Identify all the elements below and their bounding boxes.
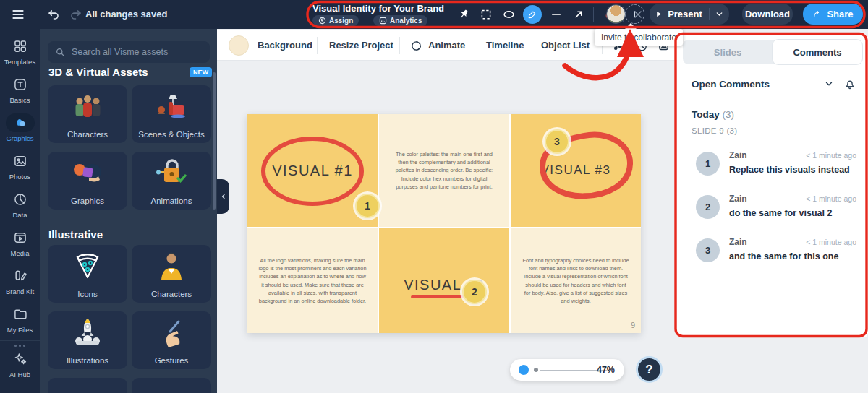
tile-3d-graphics[interactable]: Graphics xyxy=(48,152,127,210)
tile-3d-scenes-objects[interactable]: Scenes & Objects xyxy=(132,85,211,143)
tile-illustrative-illustrations[interactable]: Illustrations xyxy=(48,311,127,369)
sidebar-item-basics[interactable]: Basics xyxy=(0,70,40,108)
comment-author: Zain xyxy=(729,150,747,160)
comment-item-2[interactable]: 2 Zain < 1 minute ago do the same for vi… xyxy=(696,194,856,230)
sidebar-item-brand-kit[interactable]: Brand Kit xyxy=(0,262,40,300)
open-comments-filter[interactable]: Open Comments xyxy=(692,79,770,90)
comment-text: and the same for this one xyxy=(729,251,838,262)
tab-comments[interactable]: Comments xyxy=(773,40,862,64)
folder-icon xyxy=(6,305,35,324)
zoom-slider-thumb[interactable] xyxy=(519,365,529,375)
line-tool-icon[interactable] xyxy=(548,6,564,23)
sidebar-item-my-files[interactable]: My Files xyxy=(0,300,40,338)
comment-number-badge: 1 xyxy=(696,152,720,176)
search-icon xyxy=(55,47,66,58)
tile-partial-right[interactable] xyxy=(132,378,211,393)
text-tool-icon xyxy=(6,75,35,94)
slide-panel-visual2[interactable]: VISUAL #2 xyxy=(379,228,509,333)
redo-icon[interactable] xyxy=(67,6,84,23)
ellipse-tool-icon[interactable] xyxy=(501,6,516,23)
comment-item-1[interactable]: 1 Zain < 1 minute ago Replace this visua… xyxy=(696,150,856,186)
panel-scrollbar[interactable] xyxy=(213,72,216,210)
character-2d-image xyxy=(132,250,211,283)
slide-page-number: 9 xyxy=(631,321,635,329)
scenes-objects-image xyxy=(132,90,211,124)
invite-collaborator-button[interactable] xyxy=(625,4,644,24)
tab-slides[interactable]: Slides xyxy=(683,40,773,64)
pin-tool-icon[interactable] xyxy=(456,6,472,23)
slide-group-label: SLIDE 9 (3) xyxy=(692,126,737,135)
user-avatar[interactable] xyxy=(606,4,626,24)
left-sidebar-nav: Templates Basics Graphics Photos Data Me… xyxy=(0,29,40,393)
graphics-shapes-icon xyxy=(6,113,35,132)
red-ellipse-annotation xyxy=(259,134,366,208)
today-group-label: Today (3) xyxy=(692,109,734,120)
present-button[interactable]: Present xyxy=(650,4,729,25)
select-area-tool-icon[interactable] xyxy=(478,6,494,23)
share-button[interactable]: Share xyxy=(803,4,863,25)
tile-illustrative-icons[interactable]: Icons xyxy=(48,245,127,303)
media-play-icon xyxy=(6,228,35,247)
tile-3d-animations[interactable]: Animations xyxy=(132,152,211,210)
sparkles-icon xyxy=(6,350,35,368)
asset-search-box[interactable] xyxy=(48,41,210,63)
chevron-down-icon[interactable] xyxy=(715,9,724,19)
zoom-default-marker xyxy=(534,368,538,372)
arrow-tool-icon[interactable] xyxy=(571,6,587,23)
templates-grid-icon xyxy=(6,37,35,56)
analytics-button[interactable]: Analytics xyxy=(373,15,427,26)
panel-collapse-handle[interactable] xyxy=(217,179,229,214)
sidebar-item-photos[interactable]: Photos xyxy=(0,147,40,185)
share-arrow-icon xyxy=(812,9,822,19)
tile-partial-left[interactable] xyxy=(48,378,127,393)
slide-panel-visual3[interactable]: VISUAL #3 xyxy=(511,114,641,227)
save-status: All changes saved xyxy=(85,9,167,20)
background-color-swatch[interactable] xyxy=(229,35,249,56)
comment-number-badge: 2 xyxy=(696,195,720,219)
section-title-3d: 3D & Virtual Assets xyxy=(48,66,148,78)
invite-tooltip: Invite to collaborate xyxy=(595,29,683,46)
animate-icon[interactable] xyxy=(408,38,424,53)
assign-button[interactable]: Assign xyxy=(312,15,359,26)
slide-panel-colors-text[interactable]: The color palettes: the main one first a… xyxy=(379,114,509,227)
zoom-control: 47% xyxy=(510,359,624,381)
tile-3d-characters[interactable]: Characters xyxy=(48,85,127,143)
sidebar-item-graphics[interactable]: Graphics xyxy=(0,108,40,147)
undo-icon[interactable] xyxy=(45,6,62,23)
search-input[interactable] xyxy=(72,47,195,57)
document-title[interactable]: Visual Identity for Your Brand xyxy=(312,3,444,14)
sidebar-item-ai-hub[interactable]: AI Hub xyxy=(0,348,40,383)
comment-item-3[interactable]: 3 Zain < 1 minute ago and the same for t… xyxy=(696,237,856,273)
sidebar-item-data[interactable]: Data xyxy=(0,185,40,223)
comment-author: Zain xyxy=(729,237,747,247)
timeline-button[interactable]: Timeline xyxy=(486,40,524,51)
slide-panel-fonts-text[interactable]: Font and typography choices need to incl… xyxy=(511,228,641,333)
new-badge: NEW xyxy=(190,67,212,77)
comment-author: Zain xyxy=(729,194,747,204)
resize-project-button[interactable]: Resize Project xyxy=(329,40,393,51)
hamburger-menu-icon[interactable] xyxy=(9,6,27,23)
logos-paragraph: All the logo variations, making sure the… xyxy=(258,256,367,305)
tile-illustrative-characters[interactable]: Characters xyxy=(132,245,211,303)
comment-timestamp: < 1 minute ago xyxy=(806,238,856,246)
comment-number-badge: 3 xyxy=(696,238,720,262)
panel-tabbar: Slides Comments xyxy=(683,40,862,64)
pizza-icon-image xyxy=(48,250,127,283)
download-button[interactable]: Download xyxy=(742,4,793,25)
comment-pin-1[interactable]: 1 xyxy=(355,194,380,218)
notifications-bell-icon[interactable] xyxy=(843,77,856,90)
slide-canvas[interactable]: VISUAL #1 The color palettes: the main o… xyxy=(247,114,641,333)
background-button[interactable]: Background xyxy=(258,40,312,51)
object-list-button[interactable]: Object List xyxy=(541,40,590,51)
tile-illustrative-gestures[interactable]: Gestures xyxy=(132,311,211,369)
comment-pin-2[interactable]: 2 xyxy=(462,280,487,304)
comment-pin-3[interactable]: 3 xyxy=(545,129,569,154)
fonts-paragraph: Font and typography choices need to incl… xyxy=(522,256,629,305)
sidebar-item-templates[interactable]: Templates xyxy=(0,29,40,70)
help-button[interactable]: ? xyxy=(636,356,663,383)
chevron-down-icon[interactable] xyxy=(824,79,834,89)
pen-tool-icon-active[interactable] xyxy=(523,5,542,24)
slide-panel-logos-text[interactable]: All the logo variations, making sure the… xyxy=(247,228,378,333)
animate-button[interactable]: Animate xyxy=(428,40,465,51)
sidebar-item-media[interactable]: Media xyxy=(0,223,40,262)
